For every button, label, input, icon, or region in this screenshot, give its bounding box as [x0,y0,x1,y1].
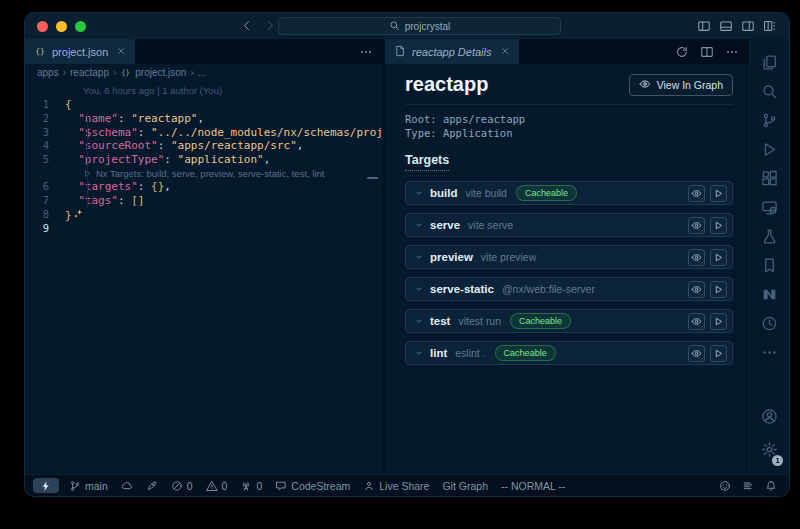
code-text: } [65,208,84,222]
code-line: 5 "projectType": "application", [25,153,383,167]
activity-bar-item-nx-console[interactable] [750,280,789,309]
status-item-label: -- NORMAL -- [501,480,565,492]
view-target-button[interactable] [688,345,705,362]
chevron-down-icon[interactable] [414,316,424,326]
line-number: 9 [25,222,65,236]
activity-bar-item-account[interactable] [761,408,778,429]
panel-right-icon[interactable] [741,19,755,33]
view-in-graph-button[interactable]: View In Graph [629,74,733,96]
status-item-git-graph[interactable]: Git Graph [442,480,488,492]
status-item-live-share[interactable]: Live Share [363,480,429,492]
tab-reactapp-details[interactable]: reactapp Details [385,39,519,64]
view-target-button[interactable] [688,313,705,330]
status-item-feedback[interactable] [719,480,731,492]
breadcrumb-item[interactable]: project.json [135,67,186,78]
activity-bar-item-testing-beaker[interactable] [750,222,789,251]
command-center-search[interactable]: projcrystal [278,17,561,35]
activity-bar-item-gear[interactable]: 1 [761,441,778,462]
target-name: build [430,187,457,199]
meta-label: Type: [405,127,443,139]
view-target-button[interactable] [688,249,705,266]
eye-icon [691,348,702,359]
nx-targets-code-lens[interactable]: Nx Targets: build, serve, preview, serve… [83,167,383,181]
activity-bar-item-files[interactable] [750,48,789,77]
status-item-formatter[interactable] [742,480,754,492]
run-target-button[interactable] [710,185,727,202]
chevron-down-icon[interactable] [414,252,424,262]
status-item-remote-indicator[interactable] [33,478,59,493]
activity-bar-item-clock[interactable] [750,309,789,338]
activity-bar-item-source-control[interactable] [750,106,789,135]
activity-bar-item-more[interactable] [750,338,789,367]
breadcrumb-item[interactable]: ... [198,67,206,78]
arrow-left-icon[interactable] [240,19,253,32]
code-line: 9 [25,222,383,236]
code-line: 3 "$schema": "../../node_modules/nx/sche… [25,126,383,140]
activity-bar-item-run-debug[interactable] [750,135,789,164]
view-target-button[interactable] [688,281,705,298]
code-line: 2 "name": "reactapp", [25,112,383,126]
chevron-down-icon[interactable] [414,284,424,294]
code-line: 6 "targets": {}, [25,180,383,194]
close-icon[interactable] [116,46,126,58]
run-target-button[interactable] [710,313,727,330]
status-item-vim-mode[interactable]: -- NORMAL -- [501,480,565,492]
targets-list: buildvite buildCacheableservevite servep… [405,181,733,365]
target-name: serve [430,219,460,231]
run-target-button[interactable] [710,217,727,234]
play-icon [713,220,724,231]
status-item-errors-count[interactable]: 0 [171,480,193,492]
target-row-lint[interactable]: linteslint .Cacheable [405,341,733,365]
status-item-sync-status[interactable] [121,480,133,492]
svg-text:{}: {} [35,47,44,56]
activity-bar-item-extensions[interactable] [750,164,789,193]
status-item-ports-count[interactable]: 0 [240,480,262,492]
activity-bar-item-remote-explorer[interactable] [750,193,789,222]
view-target-button[interactable] [688,217,705,234]
target-name: preview [430,251,473,263]
refresh-icon[interactable] [675,45,689,59]
status-item-codestream[interactable]: CodeStream [275,480,350,492]
status-item-rocket-extension[interactable] [146,480,158,492]
project-meta-line: Root: apps/reactapp [405,112,733,126]
tab-project-json[interactable]: {} project.json [25,39,135,64]
target-row-serve[interactable]: servevite serve [405,213,733,237]
run-target-button[interactable] [710,281,727,298]
more-icon[interactable] [725,45,739,59]
chevron-down-icon[interactable] [414,220,424,230]
activity-bar-item-bookmark[interactable] [750,251,789,280]
target-row-serve-static[interactable]: serve-static@nx/web:file-server [405,277,733,301]
json-braces-icon: {} [120,67,131,78]
target-row-build[interactable]: buildvite buildCacheable [405,181,733,205]
split-editor-icon[interactable] [700,45,714,59]
layout-icon[interactable] [763,19,777,33]
close-icon[interactable] [500,46,510,58]
minimize-window-button[interactable] [56,21,67,32]
status-item-label: Git Graph [442,480,488,492]
overview-ruler-marker [367,177,378,179]
more-icon[interactable] [359,45,373,59]
panel-bottom-icon[interactable] [719,19,733,33]
target-row-preview[interactable]: previewvite preview [405,245,733,269]
breadcrumb-item[interactable]: reactapp [70,67,109,78]
line-number: 6 [25,180,65,194]
status-item-git-branch[interactable]: main [69,480,108,492]
git-blame-annotation[interactable]: You, 6 hours ago | 1 author (You) [83,84,383,97]
view-target-button[interactable] [688,185,705,202]
run-target-button[interactable] [710,345,727,362]
target-row-test[interactable]: testvitest runCacheable [405,309,733,333]
status-item-notifications[interactable] [765,480,777,492]
code-editor[interactable]: You, 6 hours ago | 1 author (You) 1{2 "n… [25,81,383,474]
panel-left-icon[interactable] [697,19,711,33]
activity-bar-item-search[interactable] [750,77,789,106]
close-window-button[interactable] [37,21,48,32]
chevron-down-icon[interactable] [414,348,424,358]
target-command: eslint . [455,347,485,359]
status-item-warnings-count[interactable]: 0 [206,480,228,492]
arrow-right-icon[interactable] [264,19,277,32]
chevron-down-icon[interactable] [414,188,424,198]
run-target-button[interactable] [710,249,727,266]
breadcrumb-item[interactable]: apps [37,67,59,78]
zoom-window-button[interactable] [75,21,86,32]
search-icon [389,20,400,31]
